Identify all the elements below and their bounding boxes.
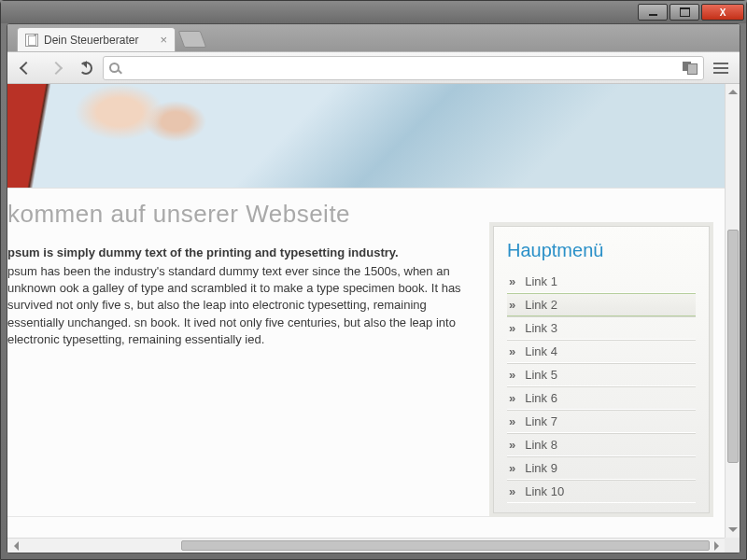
- window-minimize-button[interactable]: [638, 4, 668, 21]
- chevron-right-icon: [509, 344, 515, 358]
- page-title: kommen auf unserer Webseite: [7, 200, 472, 229]
- window-titlebar[interactable]: X: [1, 1, 746, 23]
- menu-item-label: Link 2: [525, 298, 557, 312]
- menu-item-label: Link 1: [525, 274, 557, 288]
- vertical-scrollbar[interactable]: [725, 84, 740, 538]
- page-content: kommen auf unserer Webseite psum is simp…: [7, 84, 725, 538]
- scroll-right-button[interactable]: [710, 539, 725, 553]
- menu-item-label: Link 4: [525, 344, 557, 358]
- chevron-right-icon: [509, 391, 515, 405]
- hero-image: [7, 84, 725, 189]
- menu-item[interactable]: Link 6: [507, 386, 696, 410]
- omnibox[interactable]: [103, 56, 704, 80]
- menu-item[interactable]: Link 10: [507, 480, 696, 503]
- chevron-right-icon: [509, 274, 515, 288]
- scroll-track[interactable]: [22, 539, 710, 553]
- scroll-down-button[interactable]: [726, 523, 740, 538]
- sidebar: Hauptmenü Link 1 Link 2 Link 3 Link 4 Li…: [489, 222, 713, 517]
- chevron-right-icon: [509, 484, 515, 498]
- reload-button[interactable]: [73, 56, 99, 80]
- chevron-right-icon: [509, 461, 515, 475]
- browser-frame: Dein Steuerberater × k: [7, 23, 740, 553]
- content-row: kommen auf unserer Webseite psum is simp…: [7, 189, 725, 517]
- sidebar-inner: Hauptmenü Link 1 Link 2 Link 3 Link 4 Li…: [493, 226, 710, 513]
- lead-text: psum is simply dummy text of the printin…: [7, 245, 472, 259]
- sidebar-heading: Hauptmenü: [507, 240, 696, 261]
- menu-item-label: Link 9: [525, 461, 557, 475]
- horizontal-scroll-thumb[interactable]: [181, 540, 710, 551]
- back-button[interactable]: [13, 56, 39, 80]
- tab-close-button[interactable]: ×: [160, 34, 167, 46]
- new-tab-button[interactable]: [178, 31, 207, 48]
- forward-button[interactable]: [43, 56, 69, 80]
- address-input[interactable]: [125, 61, 677, 75]
- search-icon: [109, 63, 120, 73]
- menu-item[interactable]: Link 9: [507, 456, 696, 480]
- menu-item-label: Link 8: [525, 438, 557, 452]
- browser-tab[interactable]: Dein Steuerberater ×: [17, 27, 176, 51]
- menu-item[interactable]: Link 2: [507, 293, 696, 316]
- hamburger-icon: [713, 63, 728, 74]
- menu-item-label: Link 6: [525, 391, 557, 405]
- chevron-right-icon: [509, 298, 515, 312]
- scroll-corner: [725, 538, 740, 553]
- menu-item[interactable]: Link 1: [507, 271, 696, 293]
- menu-item[interactable]: Link 4: [507, 340, 696, 363]
- tab-title: Dein Steuerberater: [44, 34, 138, 47]
- chevron-right-icon: [509, 438, 515, 452]
- chevron-right-icon: [509, 321, 515, 335]
- menu-item-label: Link 3: [525, 321, 557, 335]
- body-text: psum has been the industry's standard du…: [7, 263, 472, 348]
- menu-item[interactable]: Link 3: [507, 316, 696, 340]
- main-menu: Link 1 Link 2 Link 3 Link 4 Link 5 Link …: [507, 271, 696, 503]
- scroll-left-button[interactable]: [7, 539, 22, 553]
- horizontal-scrollbar[interactable]: [7, 538, 725, 553]
- window-close-button[interactable]: X: [701, 4, 744, 21]
- chevron-right-icon: [509, 414, 515, 428]
- main-column: kommen auf unserer Webseite psum is simp…: [7, 198, 489, 517]
- menu-item-label: Link 7: [525, 414, 557, 428]
- reload-icon: [79, 62, 92, 75]
- menu-item-label: Link 10: [525, 484, 564, 498]
- menu-button[interactable]: [708, 56, 734, 80]
- window-maximize-button[interactable]: [669, 4, 699, 21]
- menu-item[interactable]: Link 8: [507, 433, 696, 456]
- browser-toolbar: [7, 52, 740, 84]
- translate-icon[interactable]: [683, 62, 698, 75]
- chevron-right-icon: [509, 368, 515, 382]
- viewport: kommen auf unserer Webseite psum is simp…: [7, 84, 740, 553]
- vertical-scroll-thumb[interactable]: [727, 230, 739, 463]
- tab-strip: Dein Steuerberater ×: [7, 24, 740, 52]
- os-window: X Dein Steuerberater ×: [0, 0, 747, 560]
- menu-item[interactable]: Link 7: [507, 410, 696, 433]
- scroll-up-button[interactable]: [726, 84, 740, 99]
- file-icon: [25, 34, 38, 47]
- menu-item-label: Link 5: [525, 368, 557, 382]
- menu-item[interactable]: Link 5: [507, 363, 696, 386]
